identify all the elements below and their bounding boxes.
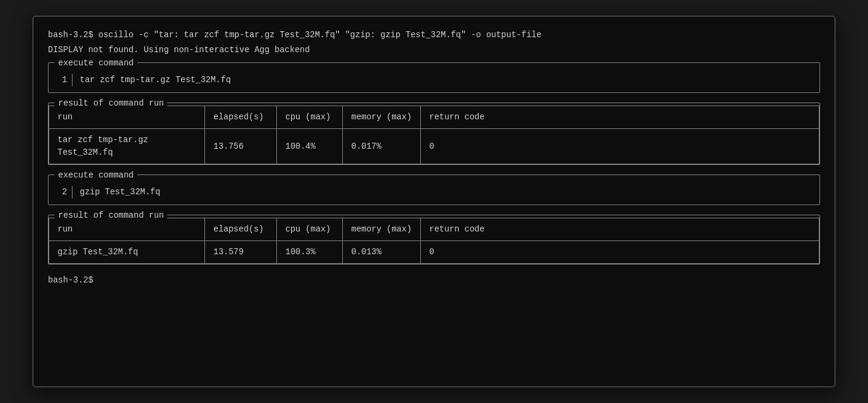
display-warning: DISPLAY not found. Using non-interactive… [48, 44, 820, 56]
result-1-memory: 0.017% [343, 129, 421, 164]
execute-command-2-label: execute command [55, 169, 137, 182]
result-1-elapsed: 13.756 [205, 129, 277, 164]
result-command-1-row: tar zcf tmp-tar.gz Test_32M.fq 13.756 10… [49, 129, 819, 164]
execute-command-2-number: 2 [56, 186, 73, 199]
col-header-cpu-2: cpu (max) [277, 218, 343, 241]
result-2-memory: 0.013% [343, 241, 421, 264]
col-header-cpu-1: cpu (max) [277, 106, 343, 129]
bottom-prompt: bash-3.2$ [48, 274, 820, 287]
execute-command-1-box: execute command 1 tar zcf tmp-tar.gz Tes… [48, 62, 820, 93]
col-header-memory-2: memory (max) [343, 218, 421, 241]
col-header-elapsed-2: elapsed(s) [205, 218, 277, 241]
result-command-2-label: result of command run [55, 209, 167, 222]
result-command-2-row: gzip Test_32M.fq 13.579 100.3% 0.013% 0 [49, 241, 819, 264]
result-command-1-table: run elapsed(s) cpu (max) memory (max) re… [49, 106, 819, 164]
execute-command-2-box: execute command 2 gzip Test_32M.fq [48, 175, 820, 205]
execute-command-1-number: 1 [56, 74, 73, 86]
prompt-line: bash-3.2$ oscillo -c "tar: tar zcf tmp-t… [48, 29, 820, 41]
result-2-returncode: 0 [421, 241, 819, 264]
result-2-cmd: gzip Test_32M.fq [49, 241, 205, 264]
result-2-cpu: 100.3% [277, 241, 343, 264]
col-header-memory-1: memory (max) [343, 106, 421, 129]
col-header-returncode-2: return code [421, 218, 819, 241]
result-command-1-label: result of command run [55, 97, 167, 110]
execute-command-1-label: execute command [55, 57, 137, 70]
result-command-2-table: run elapsed(s) cpu (max) memory (max) re… [49, 218, 819, 264]
col-header-returncode-1: return code [421, 106, 819, 129]
result-1-cpu: 100.4% [277, 129, 343, 164]
result-1-cmd: tar zcf tmp-tar.gz Test_32M.fq [49, 129, 205, 164]
result-1-returncode: 0 [421, 129, 819, 164]
result-2-elapsed: 13.579 [205, 241, 277, 264]
col-header-elapsed-1: elapsed(s) [205, 106, 277, 129]
execute-command-1-text: tar zcf tmp-tar.gz Test_32M.fq [73, 74, 231, 86]
execute-command-2-text: gzip Test_32M.fq [73, 186, 160, 199]
result-command-1-section: result of command run run elapsed(s) cpu… [48, 103, 820, 165]
result-command-2-section: result of command run run elapsed(s) cpu… [48, 215, 820, 264]
terminal-window: bash-3.2$ oscillo -c "tar: tar zcf tmp-t… [32, 16, 836, 387]
